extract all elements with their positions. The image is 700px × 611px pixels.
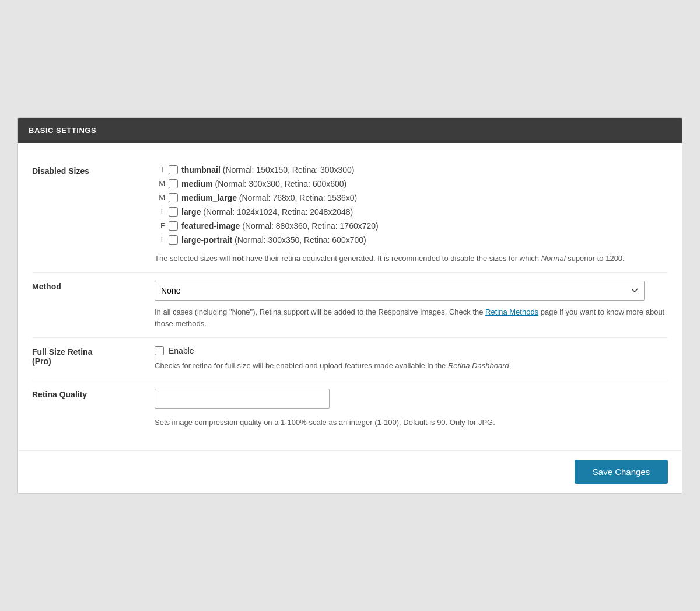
full-size-content: Enable Checks for retina for full-size w… (149, 338, 668, 380)
checkbox-medium-large[interactable] (169, 193, 178, 202)
help-mid: have their retina equivalent generated. … (244, 254, 541, 263)
full-size-checkbox[interactable] (155, 346, 164, 355)
list-item: L large-portrait (Normal: 300x350, Retin… (155, 235, 668, 245)
save-button[interactable]: Save Changes (575, 460, 668, 484)
disabled-sizes-label: Disabled Sizes (32, 157, 149, 273)
method-select-wrapper: None Retina.js Picturefill WP Retina 2x (155, 281, 668, 301)
panel-footer: Save Changes (18, 450, 682, 493)
method-help: In all cases (including "None"), Retina … (155, 306, 668, 329)
size-name-large-portrait: large-portrait (Normal: 300x350, Retina:… (181, 235, 366, 245)
method-help-prefix: In all cases (including "None"), Retina … (155, 308, 485, 316)
list-item: M medium_large (Normal: 768x0, Retina: 1… (155, 193, 668, 202)
enable-row: Enable (155, 346, 668, 355)
disabled-sizes-row: Disabled Sizes T thumbnail (Normal: 150x… (32, 157, 668, 273)
size-name-medium: medium (Normal: 300x300, Retina: 600x600… (181, 179, 346, 188)
size-letter-m2: M (155, 193, 165, 202)
checkbox-large-portrait[interactable] (169, 235, 178, 245)
retina-quality-content: 90 Sets image compression quality on a 1… (149, 380, 668, 436)
checkbox-thumbnail[interactable] (169, 165, 178, 174)
settings-table: Disabled Sizes T thumbnail (Normal: 150x… (32, 157, 668, 437)
checkbox-medium[interactable] (169, 179, 178, 188)
retina-quality-label: Retina Quality (32, 380, 149, 436)
method-label: Method (32, 273, 149, 338)
method-row: Method None Retina.js Picturefill WP Ret… (32, 273, 668, 338)
help-prefix: The selected sizes will (155, 254, 232, 263)
size-name-large: large (Normal: 1024x1024, Retina: 2048x2… (181, 207, 353, 217)
list-item: L large (Normal: 1024x1024, Retina: 2048… (155, 207, 668, 217)
list-item: F featured-image (Normal: 880x360, Retin… (155, 221, 668, 231)
disabled-sizes-content: T thumbnail (Normal: 150x150, Retina: 30… (149, 157, 668, 273)
size-name-medium-large: medium_large (Normal: 768x0, Retina: 153… (181, 193, 357, 202)
size-letter-f: F (155, 221, 165, 230)
size-name-featured: featured-image (Normal: 880x360, Retina:… (181, 221, 379, 231)
method-select[interactable]: None Retina.js Picturefill WP Retina 2x (155, 281, 645, 301)
size-letter-t: T (155, 165, 165, 174)
disabled-sizes-help: The selected sizes will not have their r… (155, 253, 668, 264)
full-size-label-line2: (Pro) (32, 357, 51, 366)
full-size-label: Full Size Retina (Pro) (32, 338, 149, 380)
panel-body: Disabled Sizes T thumbnail (Normal: 150x… (18, 143, 682, 451)
panel-header: BASIC SETTINGS (18, 118, 682, 143)
settings-panel: BASIC SETTINGS Disabled Sizes T thumbnai… (18, 117, 682, 494)
list-item: M medium (Normal: 300x300, Retina: 600x6… (155, 179, 668, 188)
size-list: T thumbnail (Normal: 150x150, Retina: 30… (155, 165, 668, 245)
retina-quality-row: Retina Quality 90 Sets image compression… (32, 380, 668, 436)
checkbox-large[interactable] (169, 207, 178, 217)
full-size-label-line1: Full Size Retina (32, 347, 92, 357)
full-size-help-suffix: . (509, 361, 512, 370)
help-suffix: superior to 1200. (566, 254, 625, 263)
checkbox-featured-image[interactable] (169, 221, 178, 231)
size-letter-m1: M (155, 179, 165, 188)
help-italic: Normal (541, 254, 566, 263)
help-bold: not (232, 254, 244, 263)
panel-title: BASIC SETTINGS (29, 126, 96, 135)
full-size-help-italic: Retina Dashboard (448, 361, 509, 370)
enable-label: Enable (169, 346, 194, 355)
quality-help: Sets image compression quality on a 1-10… (155, 417, 668, 428)
size-letter-l1: L (155, 207, 165, 216)
size-name-thumbnail: thumbnail (Normal: 150x150, Retina: 300x… (181, 165, 354, 174)
full-size-retina-row: Full Size Retina (Pro) Enable Checks for… (32, 338, 668, 380)
size-letter-l2: L (155, 235, 165, 244)
full-size-help: Checks for retina for full-size will be … (155, 360, 668, 372)
list-item: T thumbnail (Normal: 150x150, Retina: 30… (155, 165, 668, 174)
quality-input[interactable]: 90 (155, 389, 330, 409)
full-size-help-text: Checks for retina for full-size will be … (155, 361, 448, 370)
method-content: None Retina.js Picturefill WP Retina 2x … (149, 273, 668, 338)
retina-methods-link[interactable]: Retina Methods (485, 308, 538, 316)
